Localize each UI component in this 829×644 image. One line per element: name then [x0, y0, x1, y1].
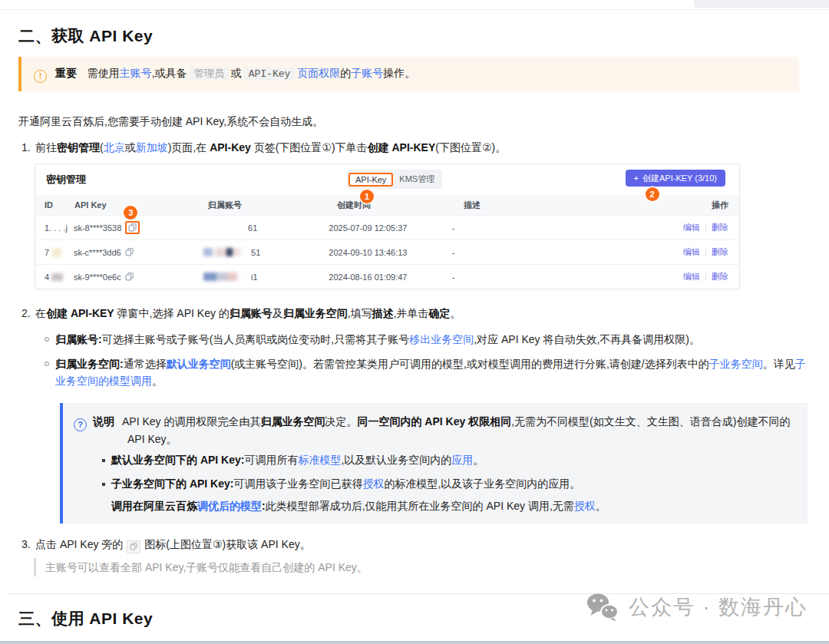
console-screenshot: 密钥管理 API-Key KMS管理 1 + 创建API-KEY (3/10) … — [35, 163, 740, 289]
redacted-blur — [51, 248, 61, 257]
ops-divider — [705, 273, 706, 281]
inline-link[interactable]: 授权 — [574, 500, 596, 512]
inline-link[interactable]: 标准模型 — [298, 454, 341, 466]
section-title-get-api-key: 二、获取 API Key — [18, 25, 811, 46]
note-bullet-sub-space-text: 子业务空间下的 API Key:可调用该子业务空间已获得授权的标准模型,以及该子… — [111, 477, 580, 490]
sub-bullet-workspace-text: 归属业务空间:通常选择默认业务空间(或主账号空间)。若需管控某类用户可调用的模型… — [55, 358, 806, 387]
text-segment: 此类模型部署成功后,仅能用其所在业务空间的 API Key 调用,无需 — [266, 500, 574, 512]
step-1: 1.前往密钥管理(北京或新加坡)页面,在 API-Key 页签(下图位置①)下单… — [21, 139, 811, 156]
account-tail: 61 — [248, 223, 257, 233]
text-segment: 创建 API-KEY — [368, 141, 436, 154]
api-key-value: sk-9****0e6c — [74, 272, 121, 282]
cell-ops: 编辑 删除 — [683, 246, 739, 258]
intro-paragraph: 开通阿里云百炼后,您需要手动创建 API Key,系统不会自动生成。 — [18, 113, 811, 130]
text-segment: 调用在阿里云百炼 — [111, 500, 197, 512]
text-segment: API-Key — [210, 141, 251, 154]
ops-divider — [705, 249, 706, 256]
inline-link[interactable]: 北京 — [104, 141, 125, 154]
edit-link[interactable]: 编辑 — [683, 246, 700, 258]
copy-icon[interactable]: 3 — [125, 221, 140, 234]
redacted-blur — [51, 273, 63, 281]
text-segment: 的标准模型,以及该子业务空间内的应用。 — [384, 477, 580, 490]
create-api-key-button[interactable]: + 创建API-KEY (3/10) 2 — [626, 170, 725, 187]
step-2-text: 在创建 API-KEY 弹窗中,选择 API Key 的归属账号及归属业务空间,… — [35, 307, 461, 319]
note-label: 说明 — [93, 415, 114, 428]
redacted-blur — [203, 248, 248, 256]
inline-link[interactable]: 新加坡 — [136, 141, 168, 154]
callout-badge-1: 1 — [360, 190, 374, 203]
delete-link[interactable]: 删除 — [712, 246, 728, 258]
text-segment: 通常选择 — [124, 358, 167, 370]
inline-link[interactable]: 子业务空间 — [709, 358, 763, 370]
cell-api-key: sk-8****3538 3 — [74, 221, 203, 234]
table-row: 7 sk-c****3dd6 51 2024-09-10 13:46:13 - … — [35, 239, 739, 264]
wechat-icon — [586, 593, 619, 622]
plus-icon: + — [634, 173, 639, 183]
step-3: 3.点击 API Key 旁的图标(上图位置③)获取该 API Key。 — [21, 536, 811, 553]
note-box: 说明API Key 的调用权限完全由其归属业务空间决定。同一空间内的 API K… — [60, 403, 808, 523]
text-segment: 及 — [272, 307, 283, 319]
account-tail: i1 — [251, 272, 258, 282]
text-segment: ,并单击 — [394, 307, 429, 319]
copy-icon[interactable] — [125, 272, 134, 281]
text-segment: 决定。 — [325, 415, 357, 428]
sub-bullet-account: 归属账号:可选择主账号或子账号(当人员离职或岗位变动时,只需将其子账号移出业务空… — [45, 331, 811, 348]
top-toolbar-fragment — [694, 0, 829, 8]
window-bottom-edge — [0, 641, 829, 644]
text-segment: 或 — [231, 67, 242, 79]
copy-icon[interactable] — [125, 248, 134, 256]
document-body: 二、获取 API Key 重要 需使用主账号,或具备管理员或API-Key页面权… — [0, 10, 829, 644]
cell-account: 51 — [203, 248, 329, 257]
edit-link[interactable]: 编辑 — [683, 271, 700, 282]
create-api-key-label: 创建API-KEY (3/10) — [642, 173, 717, 184]
tab-api-key[interactable]: API-Key — [348, 173, 393, 187]
console-header: 密钥管理 API-Key KMS管理 1 + 创建API-KEY (3/10) … — [35, 164, 739, 195]
redacted-blur — [203, 224, 248, 232]
sub-bullet-workspace: 归属业务空间:通常选择默认业务空间(或主账号空间)。若需管控某类用户可调用的模型… — [45, 355, 811, 389]
sub-bullet-account-text: 归属账号:可选择主账号或子账号(当人员离职或岗位变动时,只需将其子账号移出业务空… — [55, 333, 700, 345]
cell-created: 2025-07-09 12:05:37 — [329, 223, 451, 233]
note-tuned-model-line: 调用在阿里云百炼调优后的模型:此类模型部署成功后,仅能用其所在业务空间的 API… — [111, 498, 792, 514]
edit-link[interactable]: 编辑 — [683, 222, 700, 233]
console-tab-group: API-Key KMS管理 1 — [347, 170, 442, 189]
tab-kms[interactable]: KMS管理 — [393, 171, 441, 187]
text-segment: ,以及默认业务空间内的 — [341, 454, 451, 466]
text-segment: 或 — [125, 141, 136, 154]
delete-link[interactable]: 删除 — [712, 222, 728, 233]
redacted-blur — [203, 272, 248, 281]
console-page-title: 密钥管理 — [46, 173, 86, 187]
text-segment: ,填写 — [348, 307, 372, 319]
text-segment: 需使用 — [88, 67, 120, 79]
delete-link[interactable]: 删除 — [712, 271, 728, 282]
inline-link[interactable]: 默认业务空间 — [167, 358, 231, 370]
text-segment: 在 — [35, 307, 46, 319]
cell-ops: 编辑 删除 — [683, 271, 739, 282]
callout-badge-3: 3 — [124, 206, 137, 220]
text-segment: 。详见 — [763, 358, 795, 370]
text-segment: 弹窗中,选择 API Key 的 — [114, 307, 230, 319]
text-segment: 前往 — [35, 141, 57, 154]
inline-link[interactable]: 子账号 — [351, 67, 383, 79]
inline-link[interactable]: 主账号 — [120, 67, 152, 79]
step-1-text: 前往密钥管理(北京或新加坡)页面,在 API-Key 页签(下图位置①)下单击创… — [35, 141, 506, 154]
api-key-value: sk-c****3dd6 — [74, 248, 121, 257]
header-id: ID — [35, 200, 74, 210]
note-intro: 说明API Key 的调用权限完全由其归属业务空间决定。同一空间内的 API K… — [74, 414, 792, 447]
inline-link[interactable]: 页面权限 — [297, 67, 340, 79]
text-segment: 。 — [473, 454, 484, 466]
step-2-number: 2. — [21, 305, 32, 322]
watermark-text: 公众号 · 数海丹心 — [629, 593, 808, 621]
notice-text: 需使用主账号,或具备管理员或API-Key页面权限的子账号操作。 — [88, 67, 416, 79]
note-tuned-model-text: 调用在阿里云百炼调优后的模型:此类模型部署成功后,仅能用其所在业务空间的 API… — [111, 500, 606, 512]
cell-api-key: sk-9****0e6c — [74, 272, 203, 282]
header-account: 归属账号 — [208, 200, 337, 211]
watermark: 公众号 · 数海丹心 — [586, 593, 808, 622]
table-header-row: ID API Key 归属账号 创建时间 描述 操作 — [35, 195, 739, 215]
text-segment: 可选择主账号或子账号(当人员离职或岗位变动时,只需将其子账号 — [102, 333, 410, 345]
inline-link[interactable]: 调优后的模型 — [197, 500, 262, 512]
text-segment: 页签(下图位置①)下单击 — [251, 141, 368, 154]
text-segment: 密钥管理 — [57, 141, 100, 154]
inline-link[interactable]: 移出业务空间 — [409, 333, 474, 345]
inline-link[interactable]: 应用 — [451, 454, 473, 466]
inline-link[interactable]: 授权 — [362, 477, 384, 490]
